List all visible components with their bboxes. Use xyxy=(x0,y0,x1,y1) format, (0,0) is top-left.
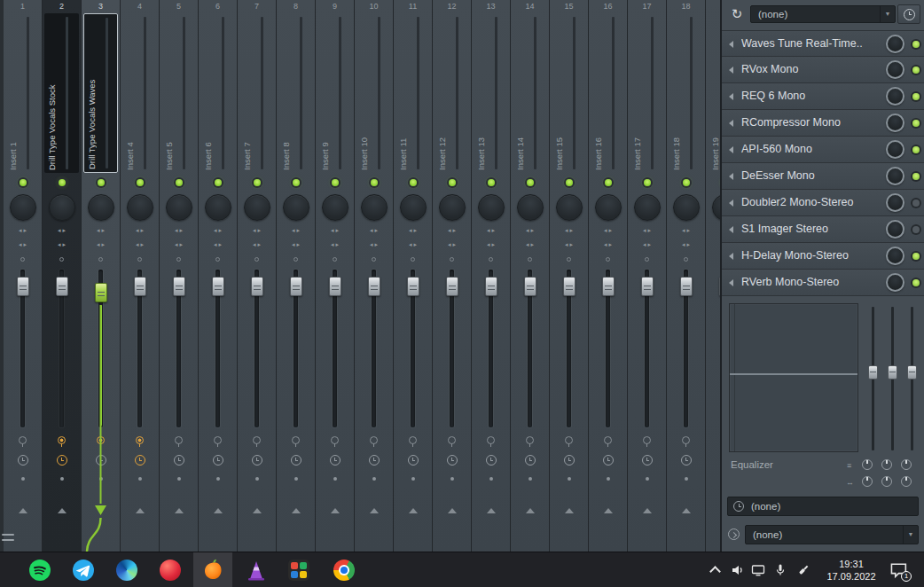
stereo-sep-icon[interactable]: ◂▸ xyxy=(394,227,432,234)
tray-clock[interactable]: 19:31 17.09.2022 xyxy=(823,558,880,583)
route-arrow-icon[interactable] xyxy=(604,508,613,513)
channel-name[interactable]: Insert 6 xyxy=(200,13,235,173)
stereo-sep-icon[interactable]: ◂▸ xyxy=(4,241,42,248)
taskbar-app-fl-studio[interactable] xyxy=(193,552,232,587)
pan-knob[interactable] xyxy=(49,194,75,221)
fx-slot-9[interactable]: H-Delay Mono-Stereo xyxy=(722,243,924,270)
record-arm-icon[interactable] xyxy=(292,436,300,444)
volume-fader[interactable] xyxy=(684,270,688,427)
delay-clock-icon[interactable] xyxy=(681,455,692,466)
delay-clock-icon[interactable] xyxy=(603,455,614,466)
channel-name[interactable]: Drill Type Vocals Waves xyxy=(83,13,118,173)
mixer-strip-12[interactable]: 12Insert 12◂▸◂▸ xyxy=(433,0,471,552)
notification-center-button[interactable]: 1 xyxy=(889,561,909,579)
channel-name[interactable]: Insert 15 xyxy=(552,13,586,173)
volume-fader[interactable] xyxy=(528,270,532,427)
fader-handle[interactable] xyxy=(134,277,146,296)
route-arrow-icon[interactable] xyxy=(487,508,496,513)
slot-mix-knob[interactable] xyxy=(886,35,904,53)
fx-slot-4[interactable]: RCompressor Mono xyxy=(722,110,924,137)
microphone-icon[interactable] xyxy=(773,563,787,577)
delay-clock-icon[interactable] xyxy=(369,455,380,466)
mute-led[interactable] xyxy=(644,179,651,186)
mute-led[interactable] xyxy=(410,179,417,186)
stereo-sep-icon[interactable]: ◂▸ xyxy=(160,227,198,234)
route-arrow-icon[interactable] xyxy=(136,508,145,513)
channel-name[interactable]: Insert 4 xyxy=(122,13,157,173)
slot-mix-knob[interactable] xyxy=(886,193,904,212)
display-icon[interactable] xyxy=(751,563,765,577)
mini-fader-handle[interactable] xyxy=(907,365,917,380)
stereo-sep-icon[interactable]: ◂▸ xyxy=(238,241,276,248)
channel-name[interactable]: Insert 14 xyxy=(513,13,547,173)
slot-enable-led[interactable] xyxy=(912,41,920,48)
stereo-sep-icon[interactable]: ◂▸ xyxy=(628,241,666,248)
stereo-sep-icon[interactable]: ◂▸ xyxy=(277,227,315,234)
stereo-sep-icon[interactable]: ◂▸ xyxy=(667,227,705,234)
taskbar-app-purple-cone[interactable] xyxy=(237,552,276,587)
record-arm-icon[interactable] xyxy=(214,436,222,444)
channel-name[interactable]: Insert 19 xyxy=(708,13,720,173)
channel-name[interactable]: Insert 10 xyxy=(356,13,391,173)
output-dropdown[interactable]: (none) ▼ xyxy=(745,525,919,544)
fader-handle[interactable] xyxy=(641,277,654,296)
mixer-strip-17[interactable]: 17Insert 17◂▸◂▸ xyxy=(628,0,666,552)
stereo-sep-icon[interactable]: ◂▸ xyxy=(238,227,276,234)
slot-menu-arrow-icon[interactable] xyxy=(729,67,733,74)
pan-knob[interactable] xyxy=(10,194,36,221)
slot-mix-knob[interactable] xyxy=(886,60,904,79)
slot-menu-arrow-icon[interactable] xyxy=(729,200,733,207)
fader-handle[interactable] xyxy=(212,277,224,296)
volume-fader[interactable] xyxy=(606,270,610,427)
slot-enable-led[interactable] xyxy=(912,226,920,233)
record-arm-icon[interactable] xyxy=(565,436,573,444)
delay-clock-icon[interactable] xyxy=(174,455,184,466)
stereo-sep-icon[interactable]: ◂▸ xyxy=(550,241,588,248)
volume-fader[interactable] xyxy=(176,270,181,427)
stereo-sep-icon[interactable]: ◂▸ xyxy=(589,227,627,234)
time-settings-button[interactable] xyxy=(897,4,920,24)
slot-enable-led[interactable] xyxy=(912,279,920,286)
fx-slot-7[interactable]: Doubler2 Mono-Stereo xyxy=(722,190,924,216)
eq-band-knob[interactable] xyxy=(901,476,912,487)
route-arrow-icon[interactable] xyxy=(448,508,457,513)
delay-clock-icon[interactable] xyxy=(291,455,301,466)
volume-fader[interactable] xyxy=(411,270,415,427)
pan-knob[interactable] xyxy=(400,194,427,221)
fader-handle[interactable] xyxy=(680,277,693,296)
channel-name[interactable]: Insert 1 xyxy=(5,13,40,173)
channel-name[interactable]: Drill Type Vocals Stock xyxy=(44,13,79,173)
pan-knob[interactable] xyxy=(361,194,388,221)
stereo-sep-icon[interactable]: ◂▸ xyxy=(121,227,159,234)
volume-fader[interactable] xyxy=(567,270,571,427)
fx-slot-1[interactable]: Waves Tune Real-Time.. xyxy=(722,30,924,57)
volume-fader[interactable] xyxy=(215,270,220,427)
slot-menu-arrow-icon[interactable] xyxy=(729,146,733,153)
mixer-strip-10[interactable]: 10Insert 10◂▸◂▸ xyxy=(355,0,393,552)
volume-fader[interactable] xyxy=(254,270,259,427)
fader-handle[interactable] xyxy=(524,277,536,296)
pan-knob[interactable] xyxy=(127,194,153,221)
pan-knob[interactable] xyxy=(439,194,466,221)
pan-knob[interactable] xyxy=(88,194,114,221)
route-arrow-icon[interactable] xyxy=(643,508,652,513)
delay-clock-icon[interactable] xyxy=(486,455,497,466)
slot-mix-knob[interactable] xyxy=(886,87,904,106)
fader-handle[interactable] xyxy=(173,277,185,296)
taskbar-app-edge[interactable] xyxy=(107,552,146,587)
volume-fader[interactable] xyxy=(333,270,337,427)
stereo-sep-icon[interactable]: ◂▸ xyxy=(199,227,237,234)
record-arm-icon[interactable] xyxy=(409,436,417,444)
slot-enable-led[interactable] xyxy=(912,67,920,74)
stereo-sep-icon[interactable]: ◂▸ xyxy=(316,227,354,234)
fx-slot-10[interactable]: RVerb Mono-Stereo xyxy=(722,270,924,296)
slot-mix-knob[interactable] xyxy=(886,167,904,185)
stereo-sep-icon[interactable]: ◂▸ xyxy=(433,241,471,248)
volume-fader[interactable] xyxy=(450,270,454,427)
record-arm-icon[interactable] xyxy=(253,436,261,444)
delay-clock-icon[interactable] xyxy=(408,455,419,466)
stereo-sep-icon[interactable]: ◂▸ xyxy=(160,241,198,248)
delay-clock-icon[interactable] xyxy=(525,455,536,466)
delay-clock-icon[interactable] xyxy=(564,455,575,466)
fader-handle[interactable] xyxy=(602,277,615,296)
